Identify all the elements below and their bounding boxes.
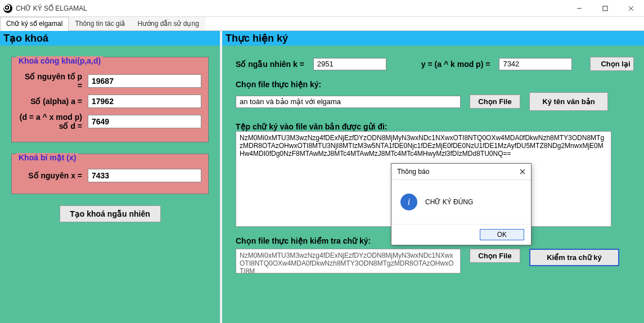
window-titlebar: CHỮ KÝ SỐ ELGAMAL (0, 0, 644, 17)
label-d: (d = a ^ x mod p) số d = (19, 113, 82, 131)
message-dialog: Thông báo i CHỮ KÝ ĐÚNG OK (391, 163, 532, 245)
input-x[interactable] (88, 169, 201, 182)
svg-rect-1 (603, 6, 607, 11)
group-secret-key: Khoá bí mật (x) Số nguyên x = (11, 154, 209, 194)
verify-button[interactable]: Kiểm tra chữ ký (529, 249, 619, 266)
input-d[interactable] (88, 115, 201, 128)
generate-key-button[interactable]: Tạo khoá ngẫu nhiên (60, 205, 161, 222)
minimize-button[interactable] (566, 0, 592, 17)
maximize-button[interactable] (592, 0, 618, 17)
panel-create-key-header: Tạo khoá (0, 31, 220, 46)
choose-file-verify-button[interactable]: Chọn File (470, 249, 520, 263)
choose-again-button[interactable]: Chọn lại (590, 57, 634, 71)
label-y: y = (a ^ k mod p) = (421, 60, 490, 69)
dialog-message: CHỮ KÝ ĐÚNG (425, 198, 473, 206)
label-p: Số nguyên tố p = (19, 72, 82, 90)
app-icon (3, 4, 12, 13)
dialog-close-icon[interactable] (520, 167, 525, 176)
tab-sign[interactable]: Chữ ký số elgamal (0, 17, 69, 31)
input-y[interactable] (499, 58, 572, 70)
label-choose-file-sign: Chọn file thực hiện ký: (236, 80, 634, 89)
label-sig-sent: Tệp chữ ký vào file văn bản được gửi đi: (236, 122, 634, 131)
label-k: Số ngẫu nhiên k = (236, 60, 304, 69)
input-file-sign[interactable] (236, 96, 461, 108)
tab-help[interactable]: Hướng dẫn sử dụng (131, 17, 205, 30)
app-tabs: Chữ ký số elgamal Thông tin tác giả Hướn… (0, 17, 644, 31)
sign-button[interactable]: Ký tên văn bản (529, 92, 608, 111)
panel-sign-header: Thực hiện ký (222, 31, 644, 46)
input-file-verify[interactable]: NzM0Mi0xMTU3M3wzNzg4fDExNjEzfDYzODN8MjMy… (236, 249, 461, 273)
tab-author[interactable]: Thông tin tác giả (69, 17, 131, 30)
close-button[interactable] (618, 0, 644, 17)
group-public-key-legend: Khoá công khai(p,a,d) (16, 56, 103, 65)
window-title: CHỮ KÝ SỐ ELGAMAL (16, 5, 87, 12)
info-icon: i (400, 194, 417, 210)
input-p[interactable] (88, 74, 201, 88)
input-a[interactable] (88, 95, 201, 108)
label-a: Số (alpha) a = (19, 97, 82, 106)
dialog-ok-button[interactable]: OK (480, 229, 524, 240)
label-x: Số nguyên x = (19, 171, 82, 180)
panel-create-key: Tạo khoá Khoá công khai(p,a,d) Số nguyên… (0, 31, 220, 323)
group-public-key: Khoá công khai(p,a,d) Số nguyên tố p = S… (11, 57, 209, 142)
input-k[interactable] (313, 58, 386, 70)
dialog-title: Thông báo (397, 168, 429, 176)
group-secret-key-legend: Khoá bí mật (x) (16, 153, 78, 162)
choose-file-sign-button[interactable]: Chọn File (470, 95, 520, 109)
